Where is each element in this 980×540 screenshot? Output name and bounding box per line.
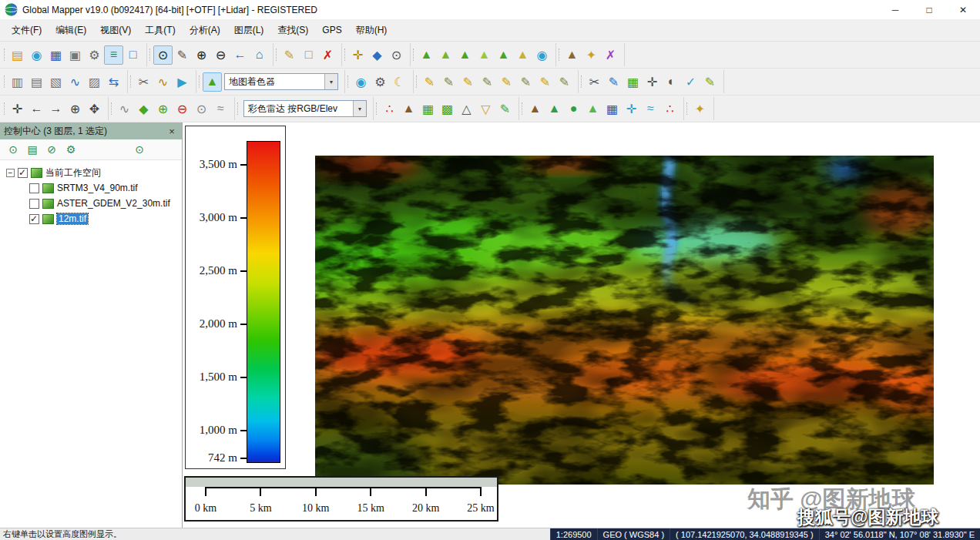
- attribute-editor-icon[interactable]: ✎: [604, 72, 623, 92]
- menu-gps[interactable]: GPS: [315, 21, 348, 39]
- link-views-icon[interactable]: ⇆: [104, 72, 123, 92]
- open-file-icon[interactable]: ▤: [8, 45, 27, 65]
- digitizer-tool-icon[interactable]: ✎: [280, 45, 299, 65]
- menu-view[interactable]: 视图(V): [93, 20, 138, 41]
- control-center-toggle-icon[interactable]: ≡: [104, 45, 123, 65]
- create-contours-icon[interactable]: ▲: [436, 45, 455, 65]
- drag-pan-icon[interactable]: ✥: [85, 99, 104, 119]
- vertex-delete-icon[interactable]: ⊖: [173, 99, 192, 119]
- minimize-button[interactable]: ─: [878, 0, 912, 19]
- zoom-in-icon[interactable]: ⊕: [192, 45, 211, 65]
- cascade-windows-icon[interactable]: ▧: [46, 72, 65, 92]
- lidar-ground-icon[interactable]: ▲: [399, 99, 418, 119]
- tree-root-row[interactable]: −当前工作空间: [3, 165, 179, 180]
- zoom-tool-icon[interactable]: ⊙: [153, 45, 173, 65]
- search-by-attribute-icon[interactable]: ⊙: [387, 45, 406, 65]
- tree-layer-row-1[interactable]: SRTM3_V4_90m.tif: [3, 180, 179, 196]
- lidar-points-icon[interactable]: ∴: [380, 99, 399, 119]
- path-profile-icon[interactable]: ∿: [153, 72, 173, 92]
- smooth-line-icon[interactable]: ≈: [211, 99, 230, 119]
- zoom-to-layer-icon[interactable]: ⊙: [5, 141, 22, 158]
- cut-profile-icon[interactable]: ✂: [134, 72, 153, 92]
- edit-vertices-icon[interactable]: ✎: [700, 72, 720, 92]
- water-rise-icon[interactable]: ◉: [532, 45, 552, 65]
- terrain-3d-view-icon[interactable]: ▲: [562, 45, 582, 65]
- terrain-raster[interactable]: [315, 156, 934, 485]
- coordinate-picker-icon[interactable]: ✛: [348, 45, 368, 65]
- menu-help[interactable]: 帮助(H): [349, 20, 394, 41]
- layer-metadata-icon[interactable]: ▤: [24, 141, 41, 158]
- zoom-out-icon[interactable]: ⊖: [211, 45, 230, 65]
- draw-area-icon[interactable]: ✎: [458, 72, 478, 92]
- draw-text-icon[interactable]: ✎: [535, 72, 555, 92]
- powerline-classify-icon[interactable]: ✛: [622, 99, 641, 119]
- menu-layer[interactable]: 图层(L): [227, 20, 271, 41]
- configuration-gear-icon[interactable]: ⚙: [371, 72, 390, 92]
- draw-line-icon[interactable]: ✎: [439, 72, 458, 92]
- save-workspace-icon[interactable]: ▦: [46, 45, 65, 65]
- tree-layer-row-3[interactable]: 12m.tif: [3, 211, 179, 226]
- shift-right-icon[interactable]: →: [46, 99, 65, 119]
- split-view-icon[interactable]: ▨: [85, 72, 104, 92]
- maximize-button[interactable]: □: [912, 0, 946, 19]
- point-colorize-icon[interactable]: ∴: [660, 99, 680, 119]
- move-feature-icon[interactable]: ✛: [643, 72, 662, 92]
- center-view-icon[interactable]: ⊕: [65, 99, 85, 119]
- watershed-icon[interactable]: ▲: [494, 45, 513, 65]
- map-layout-icon[interactable]: □: [123, 45, 143, 65]
- ground-classify-icon[interactable]: ▲: [525, 99, 545, 119]
- draw-circle-icon[interactable]: ✎: [497, 72, 516, 92]
- water-classify-icon[interactable]: ≈: [641, 99, 660, 119]
- new-map-window-icon[interactable]: ▥: [8, 72, 27, 92]
- lidar-combo[interactable]: 彩色雷达 按RGB/Elev▼: [243, 100, 367, 117]
- feature-info-icon[interactable]: ◆: [368, 45, 387, 65]
- elevation-legend-icon[interactable]: ▲: [417, 45, 436, 65]
- raster-calculator-icon[interactable]: ▲: [513, 45, 532, 65]
- tree-extract-icon[interactable]: ●: [564, 99, 583, 119]
- lidar-grid-icon[interactable]: ▦: [418, 99, 438, 119]
- print-map-icon[interactable]: ▣: [65, 45, 85, 65]
- quick-analysis-icon[interactable]: ✦: [582, 45, 601, 65]
- draw-rectangle-icon[interactable]: ✎: [478, 72, 497, 92]
- close-selected-layers-icon[interactable]: ⊘: [43, 141, 60, 158]
- delete-feature-icon[interactable]: ✗: [318, 45, 337, 65]
- measure-tool-icon[interactable]: ✎: [173, 45, 192, 65]
- pan-move-icon[interactable]: ✛: [8, 99, 27, 119]
- open-online-data-icon[interactable]: ◉: [27, 45, 46, 65]
- lidar-classify-icon[interactable]: ▩: [438, 99, 457, 119]
- vertex-add-icon[interactable]: ⊕: [153, 99, 173, 119]
- terrain-analysis-icon[interactable]: ▲: [455, 45, 475, 65]
- canopy-model-icon[interactable]: ▲: [583, 99, 602, 119]
- map-shader-icon[interactable]: ▲: [203, 72, 222, 92]
- draw-range-ring-icon[interactable]: ✎: [516, 72, 535, 92]
- chevron-down-icon[interactable]: ▼: [353, 101, 366, 116]
- lidar-filter-icon[interactable]: ▽: [476, 99, 495, 119]
- tree-expander-icon[interactable]: −: [6, 169, 15, 177]
- close-analysis-icon[interactable]: ✗: [601, 45, 620, 65]
- layer-checkbox[interactable]: [29, 199, 39, 209]
- profile-view-icon[interactable]: ∿: [65, 72, 85, 92]
- view-shed-icon[interactable]: ▲: [475, 45, 494, 65]
- create-grid-icon[interactable]: ▦: [623, 72, 643, 92]
- panel-close-icon[interactable]: ×: [166, 126, 178, 137]
- menu-search[interactable]: 查找(S): [270, 20, 315, 41]
- day-night-mode-icon[interactable]: ☾: [390, 72, 409, 92]
- menu-file[interactable]: 文件(F): [5, 20, 49, 41]
- projection-globe-icon[interactable]: ◉: [351, 72, 371, 92]
- fly-through-icon[interactable]: ▶: [173, 72, 192, 92]
- tree-layer-row-2[interactable]: ASTER_GDEM_V2_30m.tif: [3, 196, 179, 211]
- previous-view-icon[interactable]: ←: [230, 45, 250, 65]
- vegetation-classify-icon[interactable]: ▲: [545, 99, 564, 119]
- search-vector-data-icon[interactable]: ⊙: [131, 141, 148, 158]
- lidar-edit-icon[interactable]: ✎: [495, 99, 515, 119]
- chevron-down-icon[interactable]: ▼: [324, 74, 337, 89]
- close-button[interactable]: ✕: [946, 0, 980, 19]
- tools-config-icon[interactable]: ⚙: [85, 45, 104, 65]
- elevation-legend[interactable]: 3,500 m3,000 m2,500 m2,000 m1,500 m1,000…: [185, 126, 286, 469]
- vertex-move-icon[interactable]: ◆: [134, 99, 153, 119]
- select-features-icon[interactable]: □: [299, 45, 318, 65]
- menu-edit[interactable]: 编辑(E): [49, 20, 93, 41]
- full-view-home-icon[interactable]: ⌂: [250, 45, 269, 65]
- workspace-checkbox[interactable]: [18, 168, 28, 178]
- layer-checkbox[interactable]: [29, 183, 39, 193]
